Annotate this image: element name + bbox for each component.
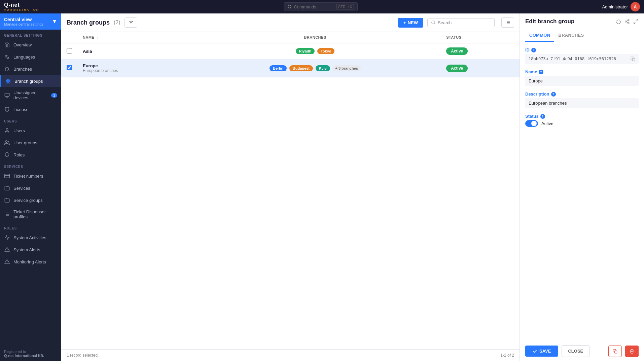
new-button[interactable]: + NEW — [398, 18, 423, 28]
delete-button[interactable] — [625, 346, 639, 357]
branch-tag: Riyadh — [296, 48, 315, 54]
check-icon — [533, 349, 537, 354]
svg-point-41 — [628, 23, 629, 24]
sidebar-item-label-ticket-dispenser: Ticket Dispenser profiles — [13, 209, 57, 219]
sidebar-item-roles[interactable]: Roles — [0, 149, 61, 161]
id-label: ID ? — [525, 47, 639, 52]
command-input[interactable] — [294, 4, 334, 9]
sidebar-item-system-alerts[interactable]: System Alerts — [0, 244, 61, 256]
sidebar-item-branches[interactable]: Branches — [0, 63, 61, 75]
close-button[interactable]: CLOSE — [562, 345, 589, 357]
sidebar-item-branch-groups[interactable]: Branch groups — [0, 75, 61, 87]
svg-rect-6 — [8, 79, 10, 81]
svg-point-13 — [5, 141, 7, 142]
sidebar-item-label-roles: Roles — [13, 152, 25, 157]
sidebar-item-label-ticket-numbers: Ticket numbers — [13, 174, 43, 179]
view-toggle-button[interactable] — [501, 17, 514, 28]
sidebar-item-license[interactable]: License — [0, 103, 61, 115]
sidebar-item-overview[interactable]: Overview — [0, 39, 61, 51]
duplicate-icon — [613, 349, 617, 354]
sidebar-item-label-user-groups: User groups — [13, 140, 37, 145]
branch-tag: Berlin — [270, 65, 287, 71]
device-icon — [4, 92, 10, 98]
row-checkbox-cell[interactable] — [61, 43, 77, 59]
central-view-button[interactable]: Central view Manage central settings ▼ — [0, 13, 61, 30]
name-value[interactable]: Europe — [525, 76, 639, 86]
sidebar-item-ticket-numbers[interactable]: Ticket numbers — [0, 170, 61, 182]
branch-tag: Kyiv — [316, 65, 330, 71]
name-label: Name ? — [525, 69, 639, 74]
users-icon — [4, 140, 10, 146]
services-icon — [4, 185, 10, 191]
grid-icon — [5, 78, 11, 84]
status-badge: Active — [446, 65, 468, 72]
svg-line-45 — [634, 22, 636, 24]
right-panel-title: Edit branch group — [525, 18, 574, 29]
sidebar-item-label-service-groups: Service groups — [13, 198, 43, 203]
history-icon[interactable] — [616, 19, 621, 24]
tab-branches[interactable]: BRANCHES — [554, 29, 588, 42]
sidebar-item-unassigned-devices[interactable]: Unassigned devices 1 — [0, 87, 61, 103]
branch-tag: Tokyo — [317, 48, 335, 54]
svg-rect-8 — [8, 81, 10, 83]
sidebar-item-label-system-alerts: System Alerts — [13, 247, 40, 252]
row-checkbox-europe[interactable] — [67, 65, 72, 70]
svg-line-1 — [290, 8, 291, 8]
copy-icon[interactable] — [631, 57, 635, 61]
row-name-cell: Europe European branches — [77, 59, 189, 77]
share-icon[interactable] — [624, 19, 630, 24]
svg-point-31 — [432, 21, 435, 24]
section-users: USERS — [0, 115, 61, 124]
activity-icon — [4, 234, 10, 241]
search-shortcut: CTRL+K — [336, 4, 354, 9]
id-help-icon[interactable]: ? — [531, 48, 536, 52]
sidebar-item-services[interactable]: Services — [0, 182, 61, 194]
sidebar-item-system-activities[interactable]: System Activities — [0, 231, 61, 244]
sidebar-item-ticket-dispenser[interactable]: Ticket Dispenser profiles — [0, 206, 61, 222]
avatar[interactable]: A — [631, 2, 640, 11]
sidebar-item-label-monitoring-alerts: Monitoring Alerts — [13, 259, 46, 264]
branch-tag-more: + 3 branches — [332, 65, 361, 71]
search-box[interactable] — [427, 18, 495, 27]
duplicate-button[interactable] — [608, 346, 622, 357]
table-row[interactable]: Asia Riyadh Tokyo Active — [61, 43, 520, 59]
user-name: Administrator — [602, 4, 628, 9]
table-row[interactable]: Europe European branches Berlin Budapest… — [61, 59, 520, 77]
chevron-down-icon: ▼ — [52, 19, 57, 25]
row-branches-cell: Riyadh Tokyo — [189, 43, 441, 59]
row-checkbox-cell[interactable] — [61, 59, 77, 77]
roles-icon — [4, 152, 10, 158]
row-branches-cell: Berlin Budapest Kyiv + 3 branches — [189, 59, 441, 77]
expand-icon[interactable] — [633, 19, 639, 24]
sidebar-item-service-groups[interactable]: Service groups — [0, 194, 61, 206]
field-id: ID ? 18bb973a-7f91-4c94-0168-f619c561292… — [525, 47, 639, 64]
name-help-icon[interactable]: ? — [539, 70, 543, 74]
svg-point-3 — [5, 67, 6, 68]
search-input[interactable] — [438, 20, 485, 25]
filter-button[interactable] — [124, 17, 137, 28]
sidebar-item-user-groups[interactable]: User groups — [0, 137, 61, 149]
description-help-icon[interactable]: ? — [551, 92, 556, 97]
description-value[interactable]: European branches — [525, 98, 639, 108]
sidebar-item-label-services: Services — [13, 186, 30, 191]
tab-common[interactable]: COMMON — [525, 29, 554, 42]
sidebar-item-label-languages: Languages — [13, 55, 35, 60]
sidebar-item-monitoring-alerts[interactable]: Monitoring Alerts — [0, 256, 61, 268]
sidebar-item-label-users: Users — [13, 128, 25, 133]
user-menu[interactable]: Administrator A — [602, 2, 640, 11]
save-button[interactable]: SAVE — [525, 346, 558, 357]
sidebar-item-languages[interactable]: Languages — [0, 51, 61, 63]
row-checkbox-asia[interactable] — [67, 48, 72, 53]
status-toggle[interactable] — [525, 120, 538, 127]
sidebar-item-users[interactable]: Users — [0, 124, 61, 137]
section-rules: RULES — [0, 222, 61, 231]
status-help-icon[interactable]: ? — [540, 114, 545, 119]
right-panel: Edit branch group COMMON BRANCHES — [520, 13, 644, 361]
service-groups-icon — [4, 197, 10, 203]
footer-company: Q-net International Kft. — [4, 354, 57, 358]
language-icon — [4, 54, 10, 60]
command-search[interactable]: CTRL+K — [284, 2, 358, 11]
right-panel-actions — [616, 19, 639, 28]
right-panel-header: Edit branch group — [520, 13, 644, 29]
right-panel-tabs: COMMON BRANCHES — [520, 29, 644, 42]
